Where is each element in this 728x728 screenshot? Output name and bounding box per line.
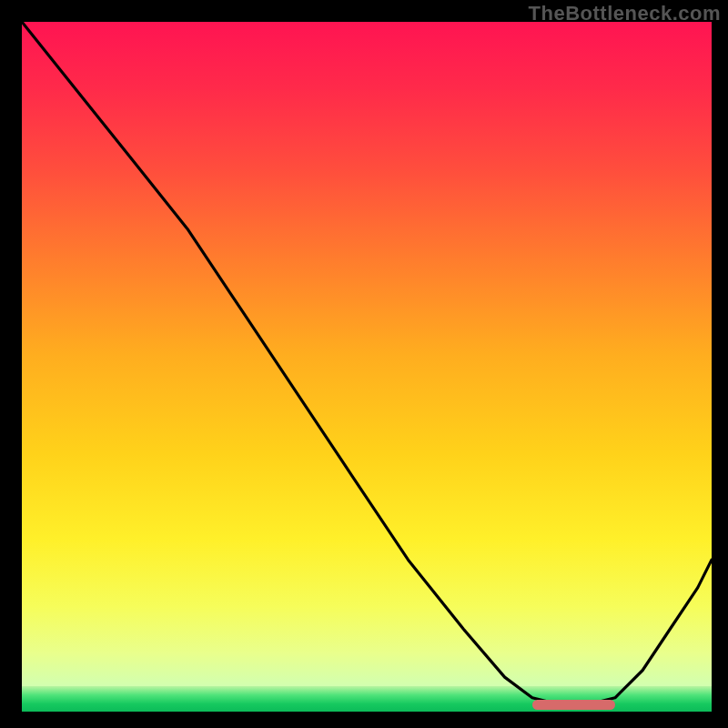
- optimal-range-marker: [532, 700, 615, 710]
- bottleneck-curve: [22, 22, 712, 712]
- chart-frame: TheBottleneck.com: [0, 0, 728, 728]
- plot-area: [22, 22, 712, 712]
- watermark-text: TheBottleneck.com: [529, 2, 721, 25]
